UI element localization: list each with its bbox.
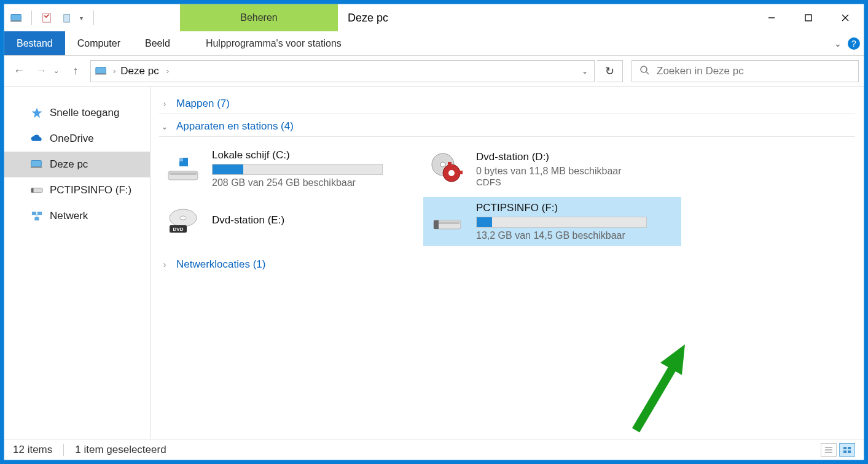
drive-filesystem: CDFS — [476, 177, 676, 187]
svg-rect-3 — [64, 15, 70, 23]
search-box[interactable] — [631, 60, 859, 82]
sidebar-item-onedrive[interactable]: OneDrive — [4, 126, 150, 152]
title-bar: ▾ Beheren Deze pc — [4, 4, 864, 31]
svg-point-32 — [180, 216, 186, 220]
tab-file[interactable]: Bestand — [4, 31, 65, 55]
usb-drive-icon — [30, 184, 44, 197]
svg-line-38 — [636, 355, 680, 430]
breadcrumb-chevron-icon[interactable]: › — [166, 66, 169, 75]
drive-item-d[interactable]: Dvd-station (D:) 0 bytes van 11,8 MB bes… — [423, 144, 681, 193]
help-icon[interactable]: ? — [848, 37, 860, 50]
refresh-button[interactable]: ↻ — [597, 60, 623, 82]
drive-usage-bar — [212, 164, 383, 175]
svg-rect-22 — [170, 172, 197, 175]
separator — [93, 10, 94, 25]
sidebar-item-label: Deze pc — [50, 158, 88, 171]
search-icon — [639, 65, 649, 77]
spacer — [100, 4, 180, 31]
tab-computer[interactable]: Computer — [65, 31, 133, 55]
svg-point-26 — [440, 162, 445, 167]
svg-rect-24 — [179, 158, 183, 161]
svg-rect-1 — [10, 21, 22, 22]
ribbon-collapse-icon[interactable]: ⌄ — [834, 39, 842, 48]
svg-rect-44 — [848, 447, 851, 449]
dvd-drive-icon — [428, 150, 466, 188]
navigation-pane: Snelle toegang OneDrive Deze pc PCTIPSIN… — [4, 87, 151, 439]
maximize-button[interactable] — [790, 6, 827, 30]
svg-rect-9 — [95, 73, 106, 74]
group-header-network[interactable]: › Netwerklocaties (1) — [159, 255, 855, 274]
sidebar-item-usb-drive[interactable]: PCTIPSINFO (F:) — [4, 177, 150, 203]
svg-rect-37 — [434, 220, 439, 229]
up-button[interactable]: ↑ — [66, 61, 85, 81]
drive-title: Dvd-station (E:) — [212, 214, 412, 226]
svg-marker-39 — [660, 344, 685, 375]
tab-view[interactable]: Beeld — [133, 31, 182, 55]
svg-rect-5 — [805, 15, 811, 21]
body: Snelle toegang OneDrive Deze pc PCTIPSIN… — [4, 87, 864, 439]
breadcrumb-segment[interactable]: Deze pc — [120, 65, 158, 77]
drive-title: Dvd-station (D:) — [476, 151, 676, 163]
properties-icon[interactable] — [38, 9, 55, 26]
sidebar-item-network[interactable]: Netwerk — [4, 203, 150, 229]
address-bar[interactable]: › Deze pc › ⌄ — [90, 60, 595, 82]
svg-rect-19 — [34, 217, 39, 220]
group-header-folders[interactable]: › Mappen (7) — [159, 94, 855, 114]
breadcrumb-chevron-icon[interactable]: › — [113, 66, 115, 75]
minimize-button[interactable] — [753, 6, 790, 30]
drive-subtitle: 208 GB van 254 GB beschikbaar — [212, 177, 412, 188]
history-dropdown[interactable]: ⌄ — [53, 67, 63, 75]
pc-icon — [95, 64, 108, 78]
svg-text:DVD: DVD — [173, 226, 184, 232]
svg-rect-16 — [31, 188, 34, 192]
explorer-window: ▾ Beheren Deze pc Bestand Computer Beeld… — [4, 4, 864, 460]
tab-drive-tools[interactable]: Hulpprogramma's voor stations — [194, 31, 354, 55]
local-disk-icon — [164, 150, 202, 188]
app-icon[interactable] — [8, 9, 25, 26]
status-bar: 12 items 1 item geselecteerd — [4, 439, 864, 460]
svg-line-11 — [646, 72, 649, 74]
usb-drive-icon — [428, 203, 466, 241]
view-tiles-button[interactable] — [839, 443, 855, 457]
view-details-button[interactable] — [821, 443, 837, 457]
drive-title: Lokale schijf (C:) — [212, 149, 412, 161]
dvd-drive-icon: DVD — [164, 203, 202, 241]
sidebar-item-quick-access[interactable]: Snelle toegang — [4, 100, 150, 126]
svg-rect-45 — [843, 450, 846, 453]
pc-icon — [30, 158, 44, 171]
group-label: Apparaten en stations (4) — [176, 120, 294, 133]
drive-subtitle: 0 bytes van 11,8 MB beschikbaar — [476, 166, 676, 177]
window-title: Deze pc — [338, 4, 753, 31]
svg-marker-12 — [32, 108, 42, 118]
onedrive-icon — [30, 132, 44, 145]
status-selected-count: 1 item geselecteerd — [75, 444, 166, 456]
ribbon-tabs: Bestand Computer Beeld Hulpprogramma's v… — [4, 31, 864, 56]
drive-title: PCTIPSINFO (F:) — [476, 202, 676, 214]
group-header-devices[interactable]: ⌄ Apparaten en stations (4) — [159, 117, 855, 137]
sidebar-item-this-pc[interactable]: Deze pc — [4, 152, 150, 177]
sidebar-item-label: PCTIPSINFO (F:) — [50, 184, 131, 196]
svg-rect-0 — [11, 15, 22, 21]
chevron-down-icon: ⌄ — [159, 121, 170, 132]
separator — [63, 444, 64, 456]
drive-usage-fill — [213, 164, 243, 174]
drive-item-f[interactable]: PCTIPSINFO (F:) 13,2 GB van 14,5 GB besc… — [423, 197, 681, 246]
address-dropdown-icon[interactable]: ⌄ — [582, 67, 588, 75]
drive-subtitle: 13,2 GB van 14,5 GB beschikbaar — [476, 230, 676, 241]
sidebar-item-label: Netwerk — [50, 210, 88, 222]
close-button[interactable] — [827, 6, 864, 30]
search-input[interactable] — [657, 65, 851, 77]
qat-dropdown[interactable]: ▾ — [80, 15, 87, 21]
drive-item-e[interactable]: DVD Dvd-station (E:) — [159, 197, 417, 246]
drive-item-c[interactable]: Lokale schijf (C:) 208 GB van 254 GB bes… — [159, 144, 417, 193]
quick-access-icon — [30, 106, 44, 120]
svg-rect-46 — [848, 450, 851, 453]
contextual-tab-label: Beheren — [180, 4, 338, 31]
forward-button[interactable]: → — [31, 61, 51, 81]
svg-rect-17 — [32, 212, 36, 215]
back-button[interactable]: ← — [9, 61, 29, 81]
status-item-count: 12 items — [13, 444, 52, 456]
drive-usage-bar — [476, 217, 647, 228]
new-folder-icon[interactable] — [59, 9, 76, 26]
sidebar-item-label: Snelle toegang — [50, 107, 119, 119]
